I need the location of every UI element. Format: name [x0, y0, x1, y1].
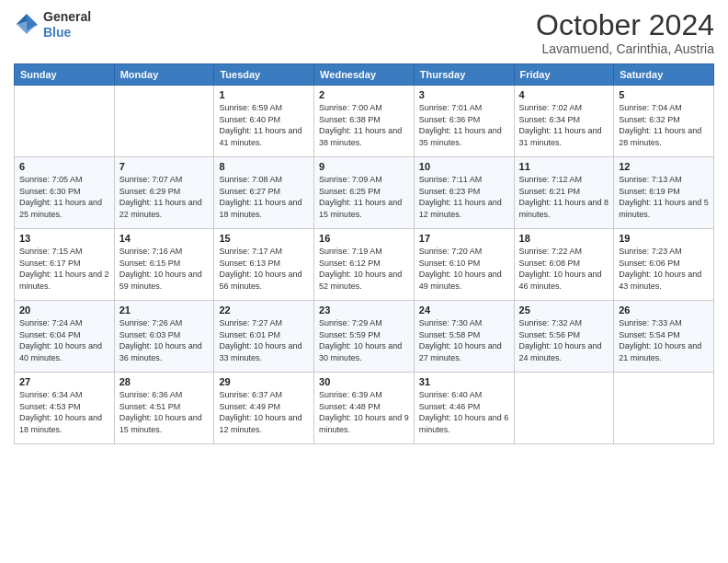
- day-detail: Sunrise: 7:33 AM Sunset: 5:54 PM Dayligh…: [619, 317, 709, 363]
- day-number: 7: [119, 161, 210, 172]
- day-cell: 28Sunrise: 6:36 AM Sunset: 4:51 PM Dayli…: [114, 373, 214, 444]
- week-row-2: 6Sunrise: 7:05 AM Sunset: 6:30 PM Daylig…: [15, 157, 714, 229]
- day-cell: 26Sunrise: 7:33 AM Sunset: 5:54 PM Dayli…: [614, 301, 714, 373]
- day-number: 12: [619, 161, 709, 172]
- day-detail: Sunrise: 7:12 AM Sunset: 6:21 PM Dayligh…: [519, 174, 609, 220]
- day-number: 20: [19, 304, 109, 316]
- day-cell: 2Sunrise: 7:00 AM Sunset: 6:38 PM Daylig…: [314, 86, 415, 157]
- day-detail: Sunrise: 7:02 AM Sunset: 6:34 PM Dayligh…: [519, 102, 609, 148]
- day-number: 16: [319, 233, 409, 244]
- day-detail: Sunrise: 6:39 AM Sunset: 4:48 PM Dayligh…: [319, 389, 409, 435]
- day-cell: 22Sunrise: 7:27 AM Sunset: 6:01 PM Dayli…: [214, 301, 314, 373]
- logo-blue: Blue: [43, 25, 91, 40]
- day-cell: 19Sunrise: 7:23 AM Sunset: 6:06 PM Dayli…: [614, 229, 714, 301]
- day-number: 14: [119, 233, 210, 244]
- day-detail: Sunrise: 7:23 AM Sunset: 6:06 PM Dayligh…: [619, 246, 709, 292]
- day-number: 5: [619, 89, 709, 100]
- day-cell: 13Sunrise: 7:15 AM Sunset: 6:17 PM Dayli…: [15, 229, 115, 301]
- day-cell: [114, 86, 214, 157]
- day-number: 4: [519, 89, 609, 100]
- location-subtitle: Lavamuend, Carinthia, Austria: [536, 41, 714, 56]
- day-number: 26: [619, 304, 709, 316]
- day-cell: 9Sunrise: 7:09 AM Sunset: 6:25 PM Daylig…: [314, 157, 415, 229]
- day-detail: Sunrise: 6:37 AM Sunset: 4:49 PM Dayligh…: [219, 389, 309, 435]
- day-detail: Sunrise: 7:27 AM Sunset: 6:01 PM Dayligh…: [219, 317, 309, 363]
- column-header-monday: Monday: [114, 64, 214, 86]
- day-cell: 14Sunrise: 7:16 AM Sunset: 6:15 PM Dayli…: [114, 229, 214, 301]
- day-detail: Sunrise: 7:04 AM Sunset: 6:32 PM Dayligh…: [619, 102, 709, 148]
- day-number: 9: [319, 161, 409, 172]
- column-header-sunday: Sunday: [15, 64, 115, 86]
- week-row-1: 1Sunrise: 6:59 AM Sunset: 6:40 PM Daylig…: [15, 86, 714, 157]
- column-header-saturday: Saturday: [614, 64, 714, 86]
- day-detail: Sunrise: 7:00 AM Sunset: 6:38 PM Dayligh…: [319, 102, 409, 148]
- day-cell: 8Sunrise: 7:08 AM Sunset: 6:27 PM Daylig…: [214, 157, 314, 229]
- day-cell: 24Sunrise: 7:30 AM Sunset: 5:58 PM Dayli…: [414, 301, 514, 373]
- day-cell: 25Sunrise: 7:32 AM Sunset: 5:56 PM Dayli…: [514, 301, 614, 373]
- day-number: 30: [319, 376, 409, 387]
- day-cell: 20Sunrise: 7:24 AM Sunset: 6:04 PM Dayli…: [15, 301, 115, 373]
- logo: General Blue: [14, 9, 91, 40]
- day-number: 27: [19, 376, 109, 387]
- day-number: 10: [419, 161, 509, 172]
- calendar-table: SundayMondayTuesdayWednesdayThursdayFrid…: [14, 63, 714, 444]
- day-cell: 18Sunrise: 7:22 AM Sunset: 6:08 PM Dayli…: [514, 229, 614, 301]
- day-number: 25: [519, 304, 609, 316]
- day-detail: Sunrise: 7:29 AM Sunset: 5:59 PM Dayligh…: [319, 317, 409, 363]
- day-number: 1: [219, 89, 309, 100]
- header-row: SundayMondayTuesdayWednesdayThursdayFrid…: [15, 64, 714, 86]
- day-detail: Sunrise: 7:13 AM Sunset: 6:19 PM Dayligh…: [619, 174, 709, 220]
- day-number: 31: [419, 376, 509, 387]
- column-header-thursday: Thursday: [414, 64, 514, 86]
- day-number: 3: [419, 89, 509, 100]
- week-row-4: 20Sunrise: 7:24 AM Sunset: 6:04 PM Dayli…: [15, 301, 714, 373]
- day-detail: Sunrise: 7:16 AM Sunset: 6:15 PM Dayligh…: [119, 246, 210, 292]
- day-cell: 30Sunrise: 6:39 AM Sunset: 4:48 PM Dayli…: [314, 373, 415, 444]
- day-detail: Sunrise: 7:15 AM Sunset: 6:17 PM Dayligh…: [19, 246, 109, 292]
- day-cell: 15Sunrise: 7:17 AM Sunset: 6:13 PM Dayli…: [214, 229, 314, 301]
- day-detail: Sunrise: 7:30 AM Sunset: 5:58 PM Dayligh…: [419, 317, 509, 363]
- day-number: 24: [419, 304, 509, 316]
- day-detail: Sunrise: 6:59 AM Sunset: 6:40 PM Dayligh…: [219, 102, 309, 148]
- day-cell: 21Sunrise: 7:26 AM Sunset: 6:03 PM Dayli…: [114, 301, 214, 373]
- day-cell: 10Sunrise: 7:11 AM Sunset: 6:23 PM Dayli…: [414, 157, 514, 229]
- day-cell: 12Sunrise: 7:13 AM Sunset: 6:19 PM Dayli…: [614, 157, 714, 229]
- day-detail: Sunrise: 7:05 AM Sunset: 6:30 PM Dayligh…: [19, 174, 109, 220]
- day-number: 17: [419, 233, 509, 244]
- day-number: 22: [219, 304, 309, 316]
- day-detail: Sunrise: 6:34 AM Sunset: 4:53 PM Dayligh…: [19, 389, 109, 435]
- day-detail: Sunrise: 6:40 AM Sunset: 4:46 PM Dayligh…: [419, 389, 509, 435]
- header: General Blue October 2024 Lavamuend, Car…: [14, 9, 714, 56]
- day-number: 2: [319, 89, 409, 100]
- column-header-friday: Friday: [514, 64, 614, 86]
- day-number: 23: [319, 304, 409, 316]
- day-number: 28: [119, 376, 210, 387]
- day-detail: Sunrise: 7:01 AM Sunset: 6:36 PM Dayligh…: [419, 102, 509, 148]
- day-cell: 4Sunrise: 7:02 AM Sunset: 6:34 PM Daylig…: [514, 86, 614, 157]
- day-number: 8: [219, 161, 309, 172]
- logo-icon: [14, 12, 40, 38]
- day-cell: 27Sunrise: 6:34 AM Sunset: 4:53 PM Dayli…: [15, 373, 115, 444]
- day-cell: 11Sunrise: 7:12 AM Sunset: 6:21 PM Dayli…: [514, 157, 614, 229]
- logo-general: General: [43, 9, 91, 25]
- day-detail: Sunrise: 7:20 AM Sunset: 6:10 PM Dayligh…: [419, 246, 509, 292]
- day-cell: [514, 373, 614, 444]
- day-detail: Sunrise: 7:08 AM Sunset: 6:27 PM Dayligh…: [219, 174, 309, 220]
- day-cell: 5Sunrise: 7:04 AM Sunset: 6:32 PM Daylig…: [614, 86, 714, 157]
- column-header-wednesday: Wednesday: [314, 64, 415, 86]
- day-detail: Sunrise: 6:36 AM Sunset: 4:51 PM Dayligh…: [119, 389, 210, 435]
- column-header-tuesday: Tuesday: [214, 64, 314, 86]
- day-detail: Sunrise: 7:19 AM Sunset: 6:12 PM Dayligh…: [319, 246, 409, 292]
- day-detail: Sunrise: 7:07 AM Sunset: 6:29 PM Dayligh…: [119, 174, 210, 220]
- day-number: 13: [19, 233, 109, 244]
- day-cell: 3Sunrise: 7:01 AM Sunset: 6:36 PM Daylig…: [414, 86, 514, 157]
- day-cell: [15, 86, 115, 157]
- week-row-3: 13Sunrise: 7:15 AM Sunset: 6:17 PM Dayli…: [15, 229, 714, 301]
- day-number: 19: [619, 233, 709, 244]
- day-detail: Sunrise: 7:32 AM Sunset: 5:56 PM Dayligh…: [519, 317, 609, 363]
- day-cell: 1Sunrise: 6:59 AM Sunset: 6:40 PM Daylig…: [214, 86, 314, 157]
- day-cell: 16Sunrise: 7:19 AM Sunset: 6:12 PM Dayli…: [314, 229, 415, 301]
- day-number: 6: [19, 161, 109, 172]
- day-cell: [614, 373, 714, 444]
- day-cell: 17Sunrise: 7:20 AM Sunset: 6:10 PM Dayli…: [414, 229, 514, 301]
